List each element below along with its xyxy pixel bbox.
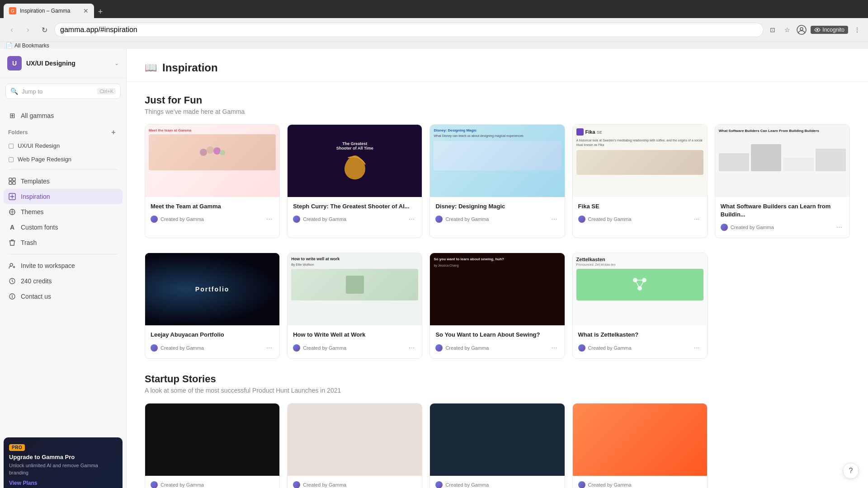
card-body: How to Write Well at Work Created by Gam… bbox=[288, 325, 422, 358]
sidebar-item-inspiration[interactable]: Inspiration bbox=[4, 189, 123, 204]
card-creator: Created by Gamma bbox=[578, 481, 632, 488]
pro-banner: PRO Upgrade to Gamma Pro Unlock unlimite… bbox=[4, 437, 123, 488]
creator-avatar bbox=[578, 344, 585, 352]
sidebar-item-credits[interactable]: 240 credits bbox=[4, 273, 123, 289]
profile-icon[interactable] bbox=[796, 24, 807, 35]
section-startup-stories: Startup Stories A look at some of the mo… bbox=[145, 373, 850, 488]
credits-label: 240 credits bbox=[21, 277, 52, 285]
custom-fonts-label: Custom fonts bbox=[21, 224, 58, 231]
card-sewing[interactable]: So you want to learn about sewing, huh? … bbox=[429, 253, 565, 358]
invite-label: Invite to workspace bbox=[21, 262, 75, 269]
svg-point-15 bbox=[220, 150, 225, 155]
card-thumbnail: What Software Builders Can Learn From Bu… bbox=[715, 125, 849, 197]
workspace-chevron-icon[interactable]: ⌄ bbox=[114, 60, 119, 66]
card-meet-the-team[interactable]: Meet the team at Gamma Meet the Team at … bbox=[145, 124, 280, 238]
svg-point-14 bbox=[213, 147, 221, 155]
card-thumbnail bbox=[288, 404, 422, 476]
card-thumbnail bbox=[573, 404, 707, 476]
back-button[interactable]: ‹ bbox=[5, 23, 18, 36]
sidebar-item-themes[interactable]: Themes bbox=[4, 204, 123, 220]
search-placeholder: Jump to bbox=[22, 88, 94, 95]
forward-button[interactable]: › bbox=[22, 23, 34, 36]
card-body: Meet the Team at Gamma Created by Gamma … bbox=[145, 197, 279, 230]
card-thumbnail: Disney: Designing Magic What Disney can … bbox=[430, 125, 564, 197]
creator-name: Created by Gamma bbox=[588, 216, 632, 222]
cards-grid-fun-2: Portfolio Leejay Abuyacan Portfolio Crea… bbox=[145, 253, 850, 358]
card-zettelkasten[interactable]: Zettelkasten Pronounced: Zet-tel-kas-ten bbox=[572, 253, 708, 358]
card-menu-button[interactable]: ··· bbox=[692, 214, 701, 224]
card-menu-button[interactable]: ··· bbox=[835, 222, 844, 232]
card-disney[interactable]: Disney: Designing Magic What Disney can … bbox=[429, 124, 565, 238]
card-footer: Created by Gamma bbox=[435, 481, 559, 488]
card-write-well[interactable]: How to write well at work By Ellie Wolfs… bbox=[287, 253, 422, 358]
sidebar-item-all-gammas[interactable]: ⊞ All gammas bbox=[4, 108, 123, 123]
grid-icon: ⊞ bbox=[8, 112, 16, 120]
card-body: Fika SE Created by Gamma ··· bbox=[573, 197, 707, 230]
card-title: Leejay Abuyacan Portfolio bbox=[151, 331, 274, 339]
section-title: Just for Fun bbox=[145, 94, 850, 106]
address-text: gamma.app/#inspiration bbox=[60, 26, 137, 34]
card-portfolio[interactable]: Portfolio Leejay Abuyacan Portfolio Crea… bbox=[145, 253, 280, 358]
startup-card-2[interactable]: Created by Gamma bbox=[287, 403, 422, 488]
svg-point-2 bbox=[816, 29, 818, 31]
card-footer: Created by Gamma ··· bbox=[435, 214, 559, 224]
bookmark-icon[interactable]: ☆ bbox=[782, 24, 793, 35]
card-thumbnail bbox=[430, 404, 564, 476]
card-menu-button[interactable]: ··· bbox=[549, 214, 559, 224]
card-menu-button[interactable]: ··· bbox=[264, 214, 274, 224]
creator-avatar bbox=[151, 344, 158, 352]
sidebar-search[interactable]: 🔍 Jump to Ctrl+K bbox=[5, 84, 121, 99]
bookmarks-label: All Bookmarks bbox=[14, 42, 49, 49]
card-steph-curry[interactable]: The GreatestShooter of All Time Steph Cu… bbox=[287, 124, 422, 238]
card-title: What is Zettelkasten? bbox=[578, 331, 702, 339]
startup-card-4[interactable]: Created by Gamma bbox=[572, 403, 708, 488]
svg-point-1 bbox=[800, 28, 803, 30]
new-tab-button[interactable]: + bbox=[94, 5, 107, 18]
svg-point-13 bbox=[207, 146, 214, 154]
sidebar-item-custom-fonts[interactable]: A Custom fonts bbox=[4, 220, 123, 235]
trash-icon bbox=[8, 239, 16, 247]
card-body: What Software Builders can Learn from Bu… bbox=[715, 197, 849, 238]
card-menu-button[interactable]: ··· bbox=[407, 214, 416, 224]
active-tab[interactable]: G Inspiration – Gamma ✕ bbox=[4, 4, 94, 18]
card-thumbnail bbox=[145, 404, 279, 476]
browser-chrome: G Inspiration – Gamma ✕ + ‹ › ↻ gamma.ap… bbox=[0, 0, 868, 42]
card-software-builders[interactable]: What Software Builders Can Learn From Bu… bbox=[715, 124, 850, 238]
card-fika[interactable]: Fika SE A historical look at Sweden's me… bbox=[572, 124, 708, 238]
card-menu-button[interactable]: ··· bbox=[549, 343, 559, 353]
folder-web-page-redesign[interactable]: ▢ Web Page Redesign bbox=[4, 152, 123, 166]
incognito-badge: Incognito bbox=[811, 26, 848, 34]
sidebar-item-trash[interactable]: Trash bbox=[4, 235, 123, 250]
card-menu-button[interactable]: ··· bbox=[264, 343, 274, 353]
reload-button[interactable]: ↻ bbox=[38, 23, 51, 36]
sidebar-item-invite[interactable]: Invite to workspace bbox=[4, 258, 123, 273]
card-creator: Created by Gamma bbox=[293, 216, 346, 223]
creator-avatar bbox=[293, 344, 300, 352]
sidebar-item-templates[interactable]: Templates bbox=[4, 174, 123, 189]
card-creator: Created by Gamma bbox=[578, 216, 632, 223]
startup-card-3[interactable]: Created by Gamma bbox=[429, 403, 565, 488]
startup-section-subtitle: A look at some of the most successful Pr… bbox=[145, 387, 850, 394]
folder-uxui-redesign[interactable]: ▢ UX/UI Redesign bbox=[4, 139, 123, 152]
tab-close-button[interactable]: ✕ bbox=[83, 7, 89, 14]
help-button[interactable]: ? bbox=[843, 463, 859, 479]
add-folder-button[interactable]: + bbox=[109, 128, 118, 137]
card-menu-button[interactable]: ··· bbox=[692, 343, 701, 353]
menu-dots[interactable]: ⋮ bbox=[852, 24, 863, 35]
card-menu-button[interactable]: ··· bbox=[407, 343, 416, 353]
address-bar[interactable]: gamma.app/#inspiration bbox=[54, 23, 764, 37]
sidebar-item-contact[interactable]: Contact us bbox=[4, 289, 123, 304]
themes-label: Themes bbox=[21, 208, 44, 216]
incognito-label: Incognito bbox=[822, 27, 844, 33]
card-footer: Created by Gamma ··· bbox=[151, 214, 274, 224]
creator-avatar bbox=[293, 216, 300, 223]
card-creator: Created by Gamma bbox=[435, 344, 489, 352]
svg-line-21 bbox=[640, 280, 644, 288]
creator-avatar bbox=[721, 224, 728, 231]
cast-icon[interactable]: ⊡ bbox=[767, 24, 778, 35]
all-gammas-label: All gammas bbox=[21, 112, 54, 119]
view-plans-button[interactable]: View Plans bbox=[9, 480, 117, 486]
workspace-avatar: U bbox=[7, 56, 22, 70]
startup-card-1[interactable]: Created by Gamma bbox=[145, 403, 280, 488]
svg-point-9 bbox=[10, 263, 13, 266]
